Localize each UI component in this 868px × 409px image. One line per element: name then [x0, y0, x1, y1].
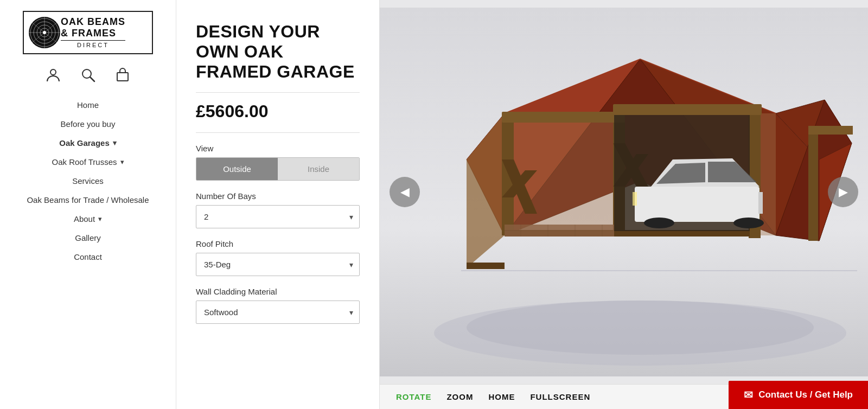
bays-wrapper: 1 2 3 4 5 ▾: [196, 205, 360, 228]
svg-rect-37: [808, 127, 818, 241]
nav-oak-garages-arrow: ▾: [113, 139, 117, 147]
nav-about-arrow: ▾: [98, 215, 102, 223]
logo-line2: & FRAMES: [61, 28, 125, 39]
nav-contact[interactable]: Contact: [0, 247, 176, 266]
view-label: View: [196, 144, 360, 153]
wall-label: Wall Cladding Material: [196, 287, 360, 296]
bays-select[interactable]: 1 2 3 4 5: [196, 205, 360, 228]
sidebar: OAK BEAMS & FRAMES DIRECT Home Befo: [0, 0, 176, 409]
svg-rect-54: [758, 192, 763, 214]
viewer-right-arrow[interactable]: ▶: [828, 177, 858, 207]
svg-point-16: [434, 301, 846, 366]
svg-rect-55: [633, 192, 637, 206]
pitch-label: Roof Pitch: [196, 239, 360, 248]
nav-oak-roof-trusses-arrow: ▾: [120, 158, 124, 166]
cart-icon[interactable]: [115, 67, 130, 82]
main-content: DESIGN YOUR OWN OAK FRAMED GARAGE £5606.…: [176, 0, 380, 409]
svg-line-12: [90, 77, 94, 81]
svg-rect-36: [613, 104, 762, 115]
icon-row: [46, 67, 130, 82]
fullscreen-button[interactable]: FULLSCREEN: [530, 392, 590, 401]
view-toggle: Outside Inside: [196, 157, 360, 181]
user-icon[interactable]: [46, 67, 61, 82]
logo-line1: OAK BEAMS: [61, 16, 125, 28]
logo-tree-icon: [28, 16, 61, 49]
mail-icon: ✉: [744, 388, 753, 401]
nav-home[interactable]: Home: [0, 95, 176, 114]
viewer-canvas: ◀: [380, 0, 868, 384]
logo-line3: DIRECT: [61, 40, 125, 49]
search-icon[interactable]: [80, 67, 95, 82]
rotate-button[interactable]: ROTATE: [396, 392, 431, 401]
contact-bar-label: Contact Us / Get Help: [758, 389, 853, 400]
svg-rect-35: [502, 112, 625, 123]
home-button[interactable]: HOME: [488, 392, 515, 401]
nav-menu: Home Before you buy Oak Garages ▾ Oak Ro…: [0, 95, 176, 266]
view-outside-button[interactable]: Outside: [196, 158, 278, 180]
svg-point-10: [50, 69, 56, 75]
view-inside-button[interactable]: Inside: [278, 158, 359, 180]
viewer-left-arrow[interactable]: ◀: [390, 177, 420, 207]
nav-oak-garages[interactable]: Oak Garages ▾: [0, 133, 176, 152]
svg-point-52: [644, 218, 674, 228]
nav-before-you-buy[interactable]: Before you buy: [0, 114, 176, 133]
svg-rect-13: [117, 73, 128, 81]
wall-wrapper: Softwood Hardwood None ▾: [196, 301, 360, 324]
wall-select[interactable]: Softwood Hardwood None: [196, 301, 360, 324]
logo-text: OAK BEAMS & FRAMES DIRECT: [61, 16, 125, 48]
nav-oak-beams-trade[interactable]: Oak Beams for Trade / Wholesale: [0, 190, 176, 209]
contact-bar[interactable]: ✉ Contact Us / Get Help: [729, 381, 868, 409]
logo[interactable]: OAK BEAMS & FRAMES DIRECT: [23, 11, 153, 54]
svg-rect-40: [467, 263, 505, 269]
bays-label: Number Of Bays: [196, 191, 360, 201]
viewer-area: ◀: [380, 0, 868, 409]
nav-gallery[interactable]: Gallery: [0, 228, 176, 247]
price-display: £5606.00: [196, 101, 360, 122]
garage-3d-view: [380, 0, 868, 384]
pitch-wrapper: 25-Deg 30-Deg 35-Deg 40-Deg 45-Deg ▾: [196, 253, 360, 276]
content-divider: [196, 132, 360, 133]
nav-services[interactable]: Services: [0, 171, 176, 190]
nav-oak-roof-trusses[interactable]: Oak Roof Trusses ▾: [0, 152, 176, 171]
pitch-select[interactable]: 25-Deg 30-Deg 35-Deg 40-Deg 45-Deg: [196, 253, 360, 276]
svg-rect-48: [635, 187, 760, 222]
price-divider: [196, 92, 360, 93]
nav-about[interactable]: About ▾: [0, 209, 176, 228]
zoom-button[interactable]: ZOOM: [446, 392, 473, 401]
svg-point-53: [733, 218, 764, 228]
page-title: DESIGN YOUR OWN OAK FRAMED GARAGE: [196, 22, 360, 81]
svg-rect-38: [808, 126, 853, 135]
